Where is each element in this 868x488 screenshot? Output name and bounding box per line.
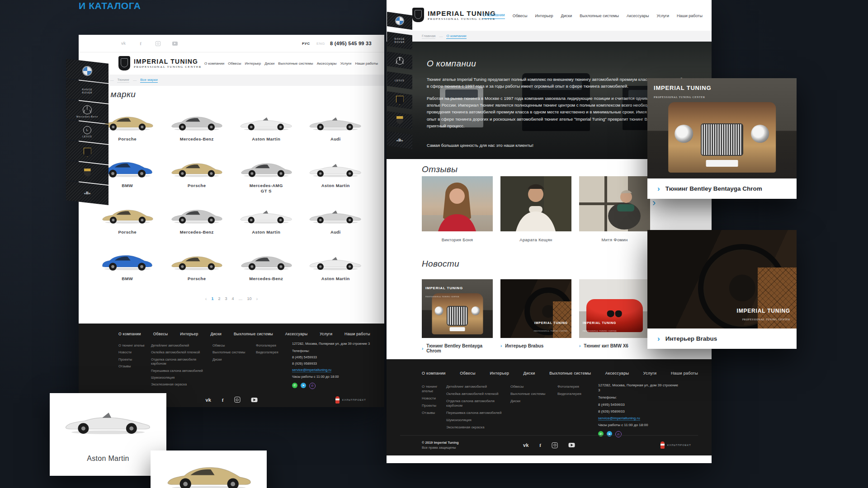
footer-head-services[interactable]: Услуги: [320, 332, 332, 336]
work-card-bentley[interactable]: IMPERIAL TUNINGPROFESSIONAL TUNING CENTE…: [647, 78, 797, 199]
footer-link[interactable]: Видеогалерея: [557, 392, 591, 396]
nav-services[interactable]: Услуги: [340, 61, 352, 66]
footer-link[interactable]: Видеогалерея: [256, 350, 288, 354]
vk-icon[interactable]: vk: [118, 40, 128, 47]
footer-link[interactable]: Шумоизоляция: [151, 375, 205, 380]
footer-link[interactable]: Проекты: [422, 404, 449, 408]
footer-phone-2[interactable]: 8 (926) 9589933: [292, 361, 371, 367]
footer-phone-2[interactable]: 8 (926) 9589933: [598, 408, 679, 415]
nav-obvesy[interactable]: Обвесы: [513, 14, 528, 18]
footer-link[interactable]: Проекты: [118, 357, 146, 361]
instagram-icon[interactable]: [234, 397, 240, 403]
car-card[interactable]: Audi: [301, 200, 371, 247]
facebook-icon[interactable]: f: [136, 40, 146, 47]
lang-rus[interactable]: РУС: [302, 42, 310, 46]
work-card-brabus[interactable]: IMPERIAL TUNINGPROFESSIONAL TUNING CENTE…: [647, 230, 797, 349]
nav-services[interactable]: Услуги: [656, 14, 669, 18]
logo[interactable]: IMPERIAL TUNING PROFESSIONAL TUNING CENT…: [118, 56, 202, 70]
car-card[interactable]: Aston Martin: [301, 247, 371, 293]
car-card[interactable]: Mercedes-Benz: [162, 200, 232, 247]
nav-works[interactable]: Наши работы: [355, 61, 378, 66]
review-card[interactable]: Митя Фомин: [579, 176, 650, 242]
car-card[interactable]: Aston Martin: [231, 200, 301, 247]
footer-phone-1[interactable]: 8 (495) 5459933: [292, 354, 371, 361]
lang-eng[interactable]: ENG: [316, 42, 325, 46]
car-card[interactable]: Audi: [301, 107, 371, 154]
page-3[interactable]: 3: [225, 296, 227, 301]
telegram-icon[interactable]: ➤: [301, 383, 306, 388]
footer-link[interactable]: Фотогалерея: [557, 385, 591, 389]
footer-head-interior[interactable]: Интерьер: [490, 371, 509, 375]
footer-link[interactable]: Обвесы: [510, 385, 553, 389]
footer-head-accessories[interactable]: Аксессуары: [605, 371, 629, 375]
review-card[interactable]: Виктория Боня: [422, 176, 493, 242]
footer-link[interactable]: Новости: [118, 350, 146, 354]
footer-link[interactable]: Выхлопные системы: [510, 392, 553, 396]
car-card[interactable]: Mercedes-AMG GT S: [231, 154, 301, 200]
footer-link[interactable]: Детейлинг автомобилей: [446, 385, 503, 389]
studio-credit[interactable]: КУЛЬТПРОЕКТ: [660, 441, 691, 449]
news-card[interactable]: IMPERIAL TUNINGPROFESSIONAL TUNING CENTE…: [579, 279, 650, 348]
car-card[interactable]: Aston Martin: [301, 154, 371, 200]
footer-link[interactable]: О тюнинг ателье: [118, 343, 146, 347]
instagram-icon[interactable]: [552, 442, 558, 448]
car-card[interactable]: Mercedes-Benz: [231, 247, 301, 293]
footer-link[interactable]: Диски: [212, 357, 253, 361]
whatsapp-icon[interactable]: ✆: [292, 383, 297, 388]
youtube-icon[interactable]: [569, 443, 575, 447]
footer-link[interactable]: Обвесы: [212, 343, 253, 347]
footer-link[interactable]: Выхлопные системы: [212, 350, 253, 354]
footer-head-diski[interactable]: Диски: [210, 332, 222, 336]
footer-link[interactable]: Детейлинг автомобилей: [151, 343, 205, 347]
nav-exhaust[interactable]: Выхлопные системы: [580, 14, 619, 18]
footer-head-accessories[interactable]: Аксессуары: [285, 332, 308, 336]
footer-head-works[interactable]: Наши работы: [671, 371, 698, 375]
header-phone[interactable]: 8 (495) 545 99 33: [330, 41, 372, 46]
page-prev[interactable]: ‹: [205, 296, 207, 301]
car-card[interactable]: Porsche: [162, 247, 232, 293]
footer-link[interactable]: Отделка салона автомобиля карбоном: [446, 399, 503, 408]
car-card[interactable]: Porsche: [162, 154, 232, 200]
nav-works[interactable]: Наши работы: [677, 14, 703, 18]
footer-link[interactable]: Отзывы: [118, 364, 146, 368]
footer-link[interactable]: Эксклюзивная окраска: [151, 382, 205, 386]
footer-link[interactable]: Перешивка салона автомобилей: [446, 411, 503, 415]
nav-accessories[interactable]: Аксессуары: [317, 61, 337, 66]
footer-email[interactable]: service@imperialtuning.ru: [598, 416, 640, 421]
reviews-next-arrow-icon[interactable]: ›: [652, 198, 656, 208]
page-2[interactable]: 2: [218, 296, 220, 301]
footer-head-works[interactable]: Наши работы: [344, 332, 370, 336]
page-1[interactable]: 1: [211, 296, 213, 301]
footer-head-about[interactable]: О компании: [422, 371, 446, 375]
footer-link[interactable]: Отделка салона автомобиля карбоном: [151, 357, 205, 366]
footer-link[interactable]: Оклейка автомобилей пленкой: [446, 392, 503, 396]
footer-link[interactable]: Диски: [510, 399, 553, 404]
footer-head-diski[interactable]: Диски: [524, 371, 535, 375]
car-card[interactable]: Porsche: [93, 200, 162, 247]
footer-head-about[interactable]: О компании: [118, 332, 141, 336]
footer-link[interactable]: Фотогалерея: [256, 343, 288, 347]
facebook-icon[interactable]: f: [222, 397, 224, 403]
footer-head-obvesy[interactable]: Обвесы: [460, 371, 476, 375]
footer-head-exhaust[interactable]: Выхлопные системы: [549, 371, 591, 375]
nav-obvesy[interactable]: Обвесы: [228, 61, 241, 66]
viber-icon[interactable]: ✆: [309, 383, 316, 389]
youtube-icon[interactable]: [170, 40, 180, 47]
crumb-tuning[interactable]: Тюнинг: [117, 78, 129, 83]
footer-link[interactable]: Эксклюзивная окраска: [446, 425, 503, 430]
footer-email[interactable]: service@imperialtuning.ru: [292, 368, 331, 372]
crumb-home[interactable]: Главная: [422, 34, 435, 39]
page-10[interactable]: 10: [247, 296, 252, 301]
footer-link[interactable]: О тюнинг ателье: [422, 385, 449, 394]
sample-card-aston[interactable]: Aston Martin: [50, 393, 166, 476]
news-card[interactable]: IMPERIAL TUNINGPROFESSIONAL TUNING CENTE…: [500, 279, 571, 348]
whatsapp-icon[interactable]: ✆: [598, 431, 604, 436]
footer-link[interactable]: Оклейка автомобилей пленкой: [151, 350, 205, 354]
page-4[interactable]: 4: [232, 296, 234, 301]
vk-icon[interactable]: vk: [523, 442, 528, 448]
studio-credit[interactable]: КУЛЬТПРОЕКТ: [335, 396, 366, 404]
car-card[interactable]: Aston Martin: [231, 107, 301, 154]
sample-card-porsche[interactable]: [151, 450, 267, 488]
nav-diski[interactable]: Диски: [561, 14, 572, 18]
footer-link[interactable]: Новости: [422, 396, 449, 401]
